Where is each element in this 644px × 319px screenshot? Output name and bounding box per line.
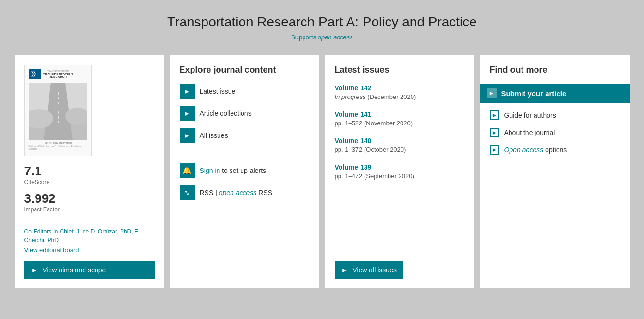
page-header: Transportation Research Part A: Policy a… [10,14,634,41]
open-access-options-label: Open access options [504,146,567,154]
arrow-glyph-guide: ► [492,112,498,119]
bell-icon: 🔔 [180,163,195,178]
article-collections-icon[interactable]: ► [180,106,195,121]
open-access-options-item[interactable]: ► Open access options [490,145,620,155]
find-out-more-card: Find out more ► Submit your article ► Gu… [480,55,630,288]
latest-issues-card: Latest issues Volume 142 In progress (De… [325,55,474,288]
volume-140-detail: pp. 1–372 (October 2020) [335,146,465,153]
volume-139-link[interactable]: Volume 139 [335,163,372,171]
impact-factor-label: Impact Factor [24,206,155,213]
rss-suffix: RSS [258,189,272,196]
issue-item-142: Volume 142 In progress (December 2020) [335,84,465,100]
latest-issue-label[interactable]: Latest issue [200,87,236,95]
volume-139-detail: pp. 1–472 (September 2020) [335,172,465,180]
sign-in-text: Sign in to set up alerts [200,167,267,174]
aims-btn-label: View aims and scope [42,266,106,274]
arrow-glyph-submit: ► [489,90,495,97]
cite-score-label: CiteScore [24,179,155,185]
sign-in-alerts-item[interactable]: 🔔 Sign in to set up alerts [180,163,310,178]
impact-factor-value: 3.992 [24,191,155,206]
supports-text: Supports [291,34,316,41]
editors-text: Co-Editors-in-Chief: J. de D. Ortúzar, P… [24,228,140,244]
latest-issue-icon[interactable]: ► [180,84,195,99]
about-journal-item[interactable]: ► About the journal [490,128,620,137]
rss-open-access-label[interactable]: open access [219,189,257,196]
view-all-issues-button[interactable]: ► View all issues [335,261,403,279]
guide-authors-item[interactable]: ► Guide for authors [490,110,620,120]
all-issues-item[interactable]: ► All issues [180,128,310,143]
view-all-arrow-icon: ► [341,266,348,274]
submit-arrow-icon: ► [487,88,497,98]
cite-score-value: 7.1 [24,164,155,179]
rss-icon: ∿ [180,185,195,200]
cards-row: TRANSPORTATION TRANSPORTATION RESEARCH [15,55,630,288]
volume-142-detail: In progress (December 2020) [335,93,465,100]
arrow-right-icon: ► [184,87,191,95]
rss-item[interactable]: ∿ RSS | open access RSS [180,185,310,200]
view-all-label: View all issues [352,266,397,274]
about-arrow-icon: ► [490,128,499,137]
guide-authors-label: Guide for authors [504,111,556,119]
arrow-glyph-oa: ► [492,147,498,153]
all-issues-icon[interactable]: ► [180,128,195,143]
issue-item-139: Volume 139 pp. 1–472 (September 2020) [335,163,465,180]
issue-item-140: Volume 140 pp. 1–372 (October 2020) [335,136,465,153]
journal-cover: TRANSPORTATION TRANSPORTATION RESEARCH [24,65,92,156]
volume-142-link[interactable]: Volume 142 [335,84,372,92]
guide-arrow-icon: ► [490,110,499,120]
about-journal-label: About the journal [504,129,555,136]
volume-141-link[interactable]: Volume 141 [335,110,372,118]
rss-text: RSS | open access RSS [200,189,273,196]
sign-in-link[interactable]: Sign in [200,167,220,174]
view-aims-scope-button[interactable]: ► View aims and scope [24,261,155,279]
rss-label[interactable]: RSS [200,189,214,196]
elsevier-logo [29,69,41,79]
find-out-more-title: Find out more [490,65,620,75]
in-progress-text: In progress [335,93,366,100]
issue-item-141: Volume 141 pp. 1–522 (November 2020) [335,110,465,127]
rss-separator: | [215,189,219,196]
latest-issue-item[interactable]: ► Latest issue [180,84,310,99]
open-access-text: open access [318,34,353,41]
aims-arrow-icon: ► [31,266,38,274]
rss-glyph: ∿ [184,188,190,197]
cover-image [29,83,87,140]
cover-subtitle: Part A: Policy and Practice [44,141,72,144]
svg-rect-0 [30,70,39,78]
open-access-badge: Supports open access [10,34,634,41]
all-issues-label[interactable]: All issues [200,132,228,139]
journal-info-card: TRANSPORTATION TRANSPORTATION RESEARCH [15,55,164,288]
cover-header: TRANSPORTATION TRANSPORTATION RESEARCH [29,69,87,79]
explore-divider [180,153,310,153]
submit-article-label: Submit your article [501,89,567,98]
explore-card: Explore journal content ► Latest issue ►… [170,55,319,288]
arrow-right-icon-3: ► [184,132,191,139]
latest-issues-title: Latest issues [335,65,465,75]
volume-141-detail: pp. 1–522 (November 2020) [335,120,465,127]
page-title: Transportation Research Part A: Policy a… [10,14,634,30]
editors-info: Co-Editors-in-Chief: J. de D. Ortúzar, P… [24,227,155,245]
alerts-text: to set up alerts [222,167,266,174]
submit-article-item[interactable]: ► Submit your article [480,84,630,103]
explore-card-title: Explore journal content [180,65,310,75]
oa-arrow-icon: ► [490,145,499,155]
impact-factor-section: 3.992 Impact Factor [24,191,155,213]
arrow-glyph-about: ► [492,129,498,136]
arrow-right-icon-2: ► [184,110,191,117]
cite-score-section: 7.1 CiteScore [24,164,155,185]
article-collections-item[interactable]: ► Article collections [180,106,310,121]
bell-glyph: 🔔 [182,166,192,175]
view-editorial-board-link[interactable]: View editorial board [24,246,155,254]
volume-140-link[interactable]: Volume 140 [335,137,372,145]
article-collections-label[interactable]: Article collections [200,110,252,117]
